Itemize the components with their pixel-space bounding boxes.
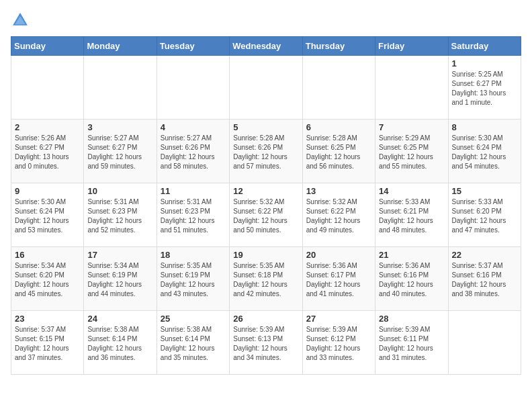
calendar-cell: 8Sunrise: 5:30 AM Sunset: 6:24 PM Daylig…: [448, 120, 521, 183]
calendar-cell: 10Sunrise: 5:31 AM Sunset: 6:23 PM Dayli…: [84, 183, 157, 247]
day-info: Sunrise: 5:31 AM Sunset: 6:23 PM Dayligh…: [87, 197, 152, 235]
day-info: Sunrise: 5:34 AM Sunset: 6:20 PM Dayligh…: [15, 261, 80, 299]
day-info: Sunrise: 5:38 AM Sunset: 6:14 PM Dayligh…: [87, 325, 152, 363]
calendar-cell: [448, 311, 521, 375]
day-info: Sunrise: 5:27 AM Sunset: 6:27 PM Dayligh…: [87, 134, 152, 171]
day-number: 20: [306, 250, 371, 260]
calendar-week-row: 2Sunrise: 5:26 AM Sunset: 6:27 PM Daylig…: [11, 120, 521, 183]
day-number: 14: [379, 186, 444, 196]
day-number: 3: [87, 122, 152, 132]
day-info: Sunrise: 5:27 AM Sunset: 6:26 PM Dayligh…: [161, 134, 226, 171]
day-number: 10: [87, 186, 152, 196]
day-info: Sunrise: 5:29 AM Sunset: 6:25 PM Dayligh…: [379, 134, 444, 171]
calendar-cell: 22Sunrise: 5:37 AM Sunset: 6:16 PM Dayli…: [448, 247, 521, 311]
calendar-cell: 1Sunrise: 5:25 AM Sunset: 6:27 PM Daylig…: [448, 56, 521, 120]
day-number: 13: [306, 186, 371, 196]
day-info: Sunrise: 5:30 AM Sunset: 6:24 PM Dayligh…: [15, 197, 80, 235]
calendar-cell: 3Sunrise: 5:27 AM Sunset: 6:27 PM Daylig…: [84, 120, 157, 183]
day-info: Sunrise: 5:36 AM Sunset: 6:16 PM Dayligh…: [379, 261, 444, 299]
calendar-cell: 14Sunrise: 5:33 AM Sunset: 6:21 PM Dayli…: [375, 183, 448, 247]
day-number: 12: [233, 186, 298, 196]
day-info: Sunrise: 5:39 AM Sunset: 6:13 PM Dayligh…: [233, 325, 298, 363]
calendar-cell: [302, 56, 375, 120]
calendar-cell: 19Sunrise: 5:35 AM Sunset: 6:18 PM Dayli…: [230, 247, 302, 311]
calendar-cell: 11Sunrise: 5:31 AM Sunset: 6:23 PM Dayli…: [157, 183, 229, 247]
day-number: 19: [233, 250, 298, 260]
calendar-cell: [375, 56, 448, 120]
calendar-table: SundayMondayTuesdayWednesdayThursdayFrid…: [11, 36, 521, 375]
day-number: 9: [15, 186, 80, 196]
calendar-cell: 25Sunrise: 5:38 AM Sunset: 6:14 PM Dayli…: [157, 311, 229, 375]
day-number: 8: [452, 122, 517, 132]
day-of-week-header: Saturday: [448, 37, 521, 56]
calendar-cell: 17Sunrise: 5:34 AM Sunset: 6:19 PM Dayli…: [84, 247, 157, 311]
day-info: Sunrise: 5:25 AM Sunset: 6:27 PM Dayligh…: [452, 70, 517, 107]
day-info: Sunrise: 5:39 AM Sunset: 6:11 PM Dayligh…: [379, 325, 444, 363]
logo-icon: [11, 11, 30, 30]
calendar-cell: 13Sunrise: 5:32 AM Sunset: 6:22 PM Dayli…: [302, 183, 375, 247]
day-number: 1: [452, 58, 517, 68]
day-info: Sunrise: 5:37 AM Sunset: 6:15 PM Dayligh…: [15, 325, 80, 363]
day-info: Sunrise: 5:33 AM Sunset: 6:20 PM Dayligh…: [452, 197, 517, 235]
day-info: Sunrise: 5:32 AM Sunset: 6:22 PM Dayligh…: [306, 197, 371, 235]
day-number: 18: [161, 250, 226, 260]
day-number: 23: [15, 314, 80, 324]
calendar-cell: 16Sunrise: 5:34 AM Sunset: 6:20 PM Dayli…: [11, 247, 84, 311]
day-of-week-header: Monday: [84, 37, 157, 56]
day-of-week-header: Wednesday: [230, 37, 302, 56]
day-info: Sunrise: 5:28 AM Sunset: 6:26 PM Dayligh…: [233, 134, 298, 171]
day-number: 5: [233, 122, 298, 132]
calendar-cell: 18Sunrise: 5:35 AM Sunset: 6:19 PM Dayli…: [157, 247, 229, 311]
calendar-cell: 9Sunrise: 5:30 AM Sunset: 6:24 PM Daylig…: [11, 183, 84, 247]
calendar-week-row: 23Sunrise: 5:37 AM Sunset: 6:15 PM Dayli…: [11, 311, 521, 375]
calendar-cell: [84, 56, 157, 120]
calendar-cell: 28Sunrise: 5:39 AM Sunset: 6:11 PM Dayli…: [375, 311, 448, 375]
day-number: 24: [87, 314, 152, 324]
calendar-cell: [11, 56, 84, 120]
day-number: 17: [87, 250, 152, 260]
calendar-cell: 23Sunrise: 5:37 AM Sunset: 6:15 PM Dayli…: [11, 311, 84, 375]
day-of-week-header: Friday: [375, 37, 448, 56]
day-number: 4: [161, 122, 226, 132]
day-number: 27: [306, 314, 371, 324]
calendar-cell: 27Sunrise: 5:39 AM Sunset: 6:12 PM Dayli…: [302, 311, 375, 375]
day-info: Sunrise: 5:26 AM Sunset: 6:27 PM Dayligh…: [15, 134, 80, 171]
day-info: Sunrise: 5:36 AM Sunset: 6:17 PM Dayligh…: [306, 261, 371, 299]
calendar-week-row: 9Sunrise: 5:30 AM Sunset: 6:24 PM Daylig…: [11, 183, 521, 247]
day-info: Sunrise: 5:34 AM Sunset: 6:19 PM Dayligh…: [87, 261, 152, 299]
calendar-cell: 20Sunrise: 5:36 AM Sunset: 6:17 PM Dayli…: [302, 247, 375, 311]
day-info: Sunrise: 5:31 AM Sunset: 6:23 PM Dayligh…: [161, 197, 226, 235]
day-info: Sunrise: 5:33 AM Sunset: 6:21 PM Dayligh…: [379, 197, 444, 235]
calendar-cell: 4Sunrise: 5:27 AM Sunset: 6:26 PM Daylig…: [157, 120, 229, 183]
logo: [11, 11, 32, 30]
day-info: Sunrise: 5:32 AM Sunset: 6:22 PM Dayligh…: [233, 197, 298, 235]
day-number: 28: [379, 314, 444, 324]
calendar-cell: 24Sunrise: 5:38 AM Sunset: 6:14 PM Dayli…: [84, 311, 157, 375]
calendar-cell: 6Sunrise: 5:28 AM Sunset: 6:25 PM Daylig…: [302, 120, 375, 183]
day-info: Sunrise: 5:38 AM Sunset: 6:14 PM Dayligh…: [161, 325, 226, 363]
page-header: [11, 11, 521, 30]
day-info: Sunrise: 5:37 AM Sunset: 6:16 PM Dayligh…: [452, 261, 517, 299]
calendar-week-row: 1Sunrise: 5:25 AM Sunset: 6:27 PM Daylig…: [11, 56, 521, 120]
day-number: 16: [15, 250, 80, 260]
day-number: 15: [452, 186, 517, 196]
day-number: 6: [306, 122, 371, 132]
calendar-cell: 2Sunrise: 5:26 AM Sunset: 6:27 PM Daylig…: [11, 120, 84, 183]
day-number: 2: [15, 122, 80, 132]
day-number: 21: [379, 250, 444, 260]
day-info: Sunrise: 5:30 AM Sunset: 6:24 PM Dayligh…: [452, 134, 517, 171]
calendar-cell: 7Sunrise: 5:29 AM Sunset: 6:25 PM Daylig…: [375, 120, 448, 183]
day-number: 7: [379, 122, 444, 132]
day-number: 11: [161, 186, 226, 196]
calendar-header-row: SundayMondayTuesdayWednesdayThursdayFrid…: [11, 37, 521, 56]
calendar-cell: [157, 56, 229, 120]
day-of-week-header: Sunday: [11, 37, 84, 56]
day-info: Sunrise: 5:35 AM Sunset: 6:19 PM Dayligh…: [161, 261, 226, 299]
day-number: 22: [452, 250, 517, 260]
calendar-cell: 5Sunrise: 5:28 AM Sunset: 6:26 PM Daylig…: [230, 120, 302, 183]
day-info: Sunrise: 5:28 AM Sunset: 6:25 PM Dayligh…: [306, 134, 371, 171]
calendar-cell: [230, 56, 302, 120]
day-of-week-header: Thursday: [302, 37, 375, 56]
calendar-cell: 21Sunrise: 5:36 AM Sunset: 6:16 PM Dayli…: [375, 247, 448, 311]
calendar-cell: 15Sunrise: 5:33 AM Sunset: 6:20 PM Dayli…: [448, 183, 521, 247]
